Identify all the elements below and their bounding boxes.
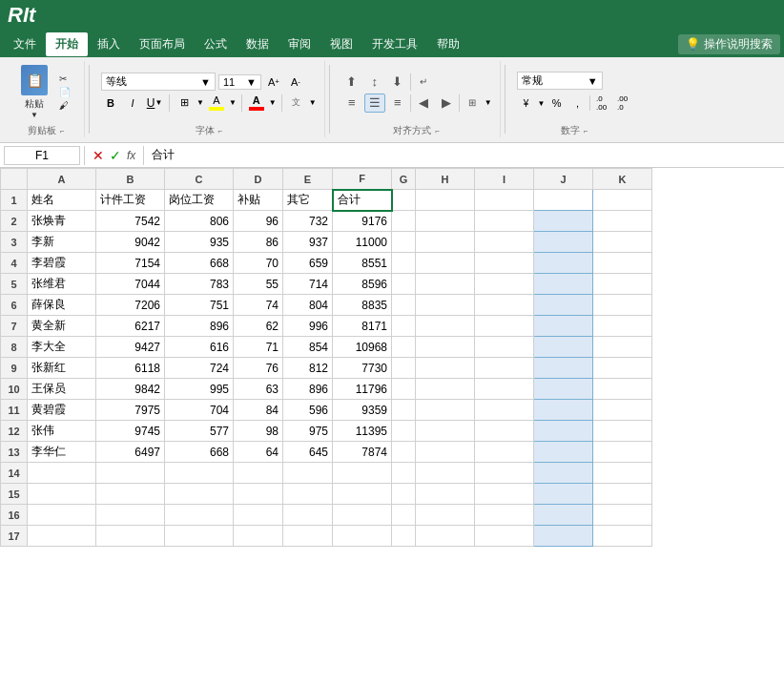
table-cell[interactable]	[534, 211, 593, 232]
table-cell[interactable]	[534, 484, 593, 505]
row-header-9[interactable]: 9	[1, 358, 28, 379]
table-cell[interactable]	[234, 463, 283, 484]
table-cell[interactable]	[593, 484, 652, 505]
insert-function-icon[interactable]: fx	[127, 149, 135, 162]
table-cell[interactable]	[475, 316, 534, 337]
col-header-G[interactable]: G	[392, 169, 416, 190]
table-cell[interactable]	[392, 442, 416, 463]
table-cell[interactable]: 11796	[333, 379, 392, 400]
table-cell[interactable]	[392, 358, 416, 379]
menu-page-layout[interactable]: 页面布局	[130, 32, 195, 56]
table-cell[interactable]	[593, 337, 652, 358]
table-cell[interactable]	[475, 526, 534, 547]
col-header-E[interactable]: E	[283, 169, 333, 190]
table-cell[interactable]	[475, 400, 534, 421]
cell-reference-input[interactable]	[4, 146, 80, 165]
table-cell[interactable]: 8835	[333, 295, 392, 316]
table-cell[interactable]	[534, 316, 593, 337]
table-cell[interactable]	[392, 526, 416, 547]
row-header-12[interactable]: 12	[1, 421, 28, 442]
row-header-13[interactable]: 13	[1, 442, 28, 463]
table-cell[interactable]	[475, 295, 534, 316]
table-cell[interactable]	[283, 526, 333, 547]
table-cell[interactable]	[475, 253, 534, 274]
row-header-2[interactable]: 2	[1, 211, 28, 232]
table-cell[interactable]: 9176	[333, 211, 392, 232]
table-cell[interactable]	[593, 526, 652, 547]
border-button[interactable]: ⊞	[175, 94, 194, 113]
table-cell[interactable]: 812	[283, 358, 333, 379]
row-header-3[interactable]: 3	[1, 232, 28, 253]
table-cell[interactable]	[416, 358, 475, 379]
row-header-15[interactable]: 15	[1, 484, 28, 505]
table-cell[interactable]: 李新	[28, 232, 96, 253]
table-cell[interactable]	[475, 379, 534, 400]
table-cell[interactable]: 补贴	[234, 190, 283, 211]
table-cell[interactable]: 6497	[96, 442, 165, 463]
table-cell[interactable]	[333, 463, 392, 484]
menu-file[interactable]: 文件	[4, 32, 46, 56]
table-cell[interactable]: 10968	[333, 337, 392, 358]
cut-button[interactable]: ✂	[55, 73, 76, 85]
table-cell[interactable]: 计件工资	[96, 190, 165, 211]
table-cell[interactable]: 7730	[333, 358, 392, 379]
table-cell[interactable]: 63	[234, 379, 283, 400]
table-cell[interactable]	[475, 442, 534, 463]
align-left-button[interactable]: ≡	[341, 94, 362, 113]
table-cell[interactable]	[593, 211, 652, 232]
table-cell[interactable]: 岗位工资	[165, 190, 234, 211]
table-cell[interactable]: 64	[234, 442, 283, 463]
table-cell[interactable]	[593, 421, 652, 442]
table-cell[interactable]: 714	[283, 274, 333, 295]
decimal-increase-button[interactable]: .0.00	[592, 94, 611, 113]
table-cell[interactable]: 合计	[333, 190, 392, 211]
table-cell[interactable]	[534, 379, 593, 400]
table-cell[interactable]	[283, 484, 333, 505]
table-cell[interactable]: 55	[234, 274, 283, 295]
table-cell[interactable]: 732	[283, 211, 333, 232]
table-cell[interactable]	[593, 316, 652, 337]
table-cell[interactable]	[416, 295, 475, 316]
fill-color-button[interactable]: A	[207, 94, 226, 113]
col-header-K[interactable]: K	[593, 169, 652, 190]
table-cell[interactable]	[416, 379, 475, 400]
table-cell[interactable]	[392, 295, 416, 316]
menu-view[interactable]: 视图	[320, 32, 362, 56]
table-cell[interactable]	[392, 484, 416, 505]
table-cell[interactable]: 黄碧霞	[28, 400, 96, 421]
table-cell[interactable]	[534, 505, 593, 526]
table-cell[interactable]: 9842	[96, 379, 165, 400]
table-cell[interactable]: 9427	[96, 337, 165, 358]
table-cell[interactable]: 9042	[96, 232, 165, 253]
table-cell[interactable]	[333, 505, 392, 526]
table-cell[interactable]: 7044	[96, 274, 165, 295]
table-cell[interactable]	[416, 274, 475, 295]
menu-developer[interactable]: 开发工具	[362, 32, 427, 56]
table-cell[interactable]: 姓名	[28, 190, 96, 211]
row-header-16[interactable]: 16	[1, 505, 28, 526]
table-cell[interactable]	[534, 232, 593, 253]
align-bottom-button[interactable]: ⬇	[387, 73, 408, 92]
comma-button[interactable]: ,	[568, 94, 588, 113]
font-decrease-button[interactable]: A-	[286, 73, 305, 92]
table-cell[interactable]	[28, 526, 96, 547]
table-cell[interactable]: 783	[165, 274, 234, 295]
table-cell[interactable]	[392, 463, 416, 484]
table-cell[interactable]	[96, 484, 165, 505]
table-cell[interactable]: 62	[234, 316, 283, 337]
table-cell[interactable]	[475, 232, 534, 253]
table-cell[interactable]: 薛保良	[28, 295, 96, 316]
row-header-11[interactable]: 11	[1, 400, 28, 421]
italic-button[interactable]: I	[123, 94, 142, 113]
table-cell[interactable]: 668	[165, 442, 234, 463]
row-header-4[interactable]: 4	[1, 253, 28, 274]
table-cell[interactable]	[392, 316, 416, 337]
table-cell[interactable]	[534, 463, 593, 484]
table-cell[interactable]	[165, 484, 234, 505]
table-cell[interactable]	[534, 358, 593, 379]
row-header-1[interactable]: 1	[1, 190, 28, 211]
table-cell[interactable]: 74	[234, 295, 283, 316]
confirm-formula-icon[interactable]: ✓	[110, 148, 121, 163]
col-header-J[interactable]: J	[534, 169, 593, 190]
table-cell[interactable]	[593, 379, 652, 400]
